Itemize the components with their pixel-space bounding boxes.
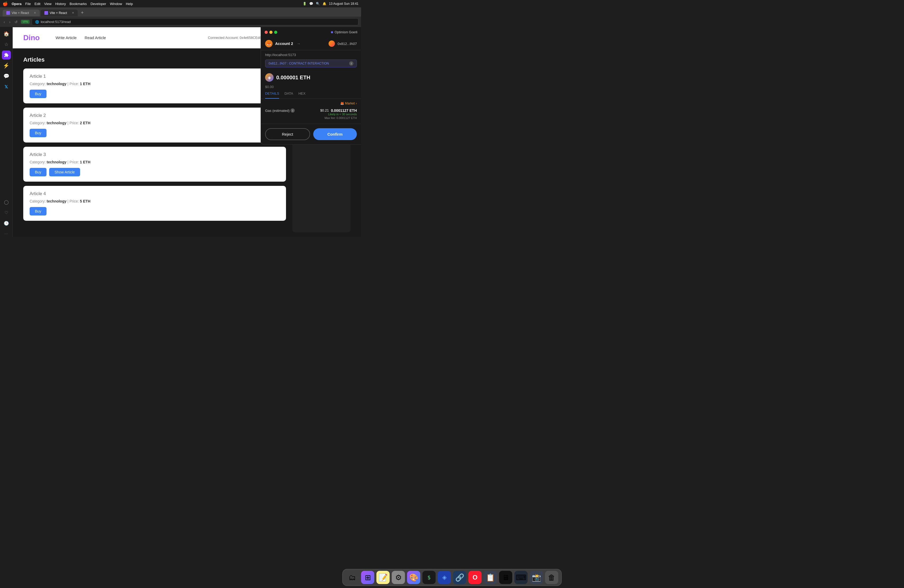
menubar-help[interactable]: Help <box>126 2 133 6</box>
article-1-category: technology <box>47 82 66 86</box>
back-button[interactable]: ‹ <box>3 19 6 25</box>
article-2-actions: Buy <box>30 129 280 137</box>
article-3-actions: Buy Show Article <box>30 168 280 176</box>
eth-amount-row: ◈ 0.000001 ETH <box>261 70 361 85</box>
sidebar-icon-twitter[interactable]: 𝕏 <box>2 82 11 91</box>
tab-close-2[interactable]: ✕ <box>72 11 74 14</box>
menubar-view[interactable]: View <box>44 2 52 6</box>
menubar-file[interactable]: File <box>25 2 31 6</box>
menubar-app-name[interactable]: Opera <box>12 2 22 6</box>
confirm-button[interactable]: Confirm <box>313 128 357 140</box>
sidebar-icon-star[interactable]: ☆ <box>2 40 11 49</box>
notification-icon[interactable]: 🔔 <box>322 2 326 6</box>
sidebar-icon-whatsapp[interactable]: 💬 <box>2 72 11 81</box>
article-3-price: 1 ETH <box>80 160 90 164</box>
address-text: localhost:5173/read <box>41 20 71 24</box>
article-4-meta: Category: technology | Price: 5 ETH <box>30 199 280 203</box>
account-avatar <box>329 40 335 47</box>
nav-write-article[interactable]: Write Article <box>55 35 77 40</box>
menubar: 🍎 Opera File Edit View History Bookmarks… <box>0 0 361 7</box>
article-1-meta: Category: technology | Price: 1 ETH <box>30 82 280 86</box>
traffic-lights <box>265 31 277 34</box>
popup-tabs: DETAILS DATA HEX <box>261 89 361 99</box>
tab-label-1: Vite + React <box>12 11 29 15</box>
new-tab-button[interactable]: + <box>79 9 86 17</box>
menubar-bookmarks[interactable]: Bookmarks <box>70 2 87 6</box>
usd-amount: $0.00 <box>261 85 361 89</box>
sidebar-icon-messenger[interactable]: ⚡ <box>2 61 11 70</box>
contract-badge: 0x812...fA07 : CONTRACT INTERACTION i <box>265 60 357 67</box>
article-1-buy-button[interactable]: Buy <box>30 90 46 98</box>
popup-footer: Reject Confirm <box>261 124 361 144</box>
menubar-history[interactable]: History <box>55 2 66 6</box>
wifi-icon: 💬 <box>309 2 313 6</box>
webpage: Dino Write Article Read Article Connecte… <box>13 27 361 237</box>
browser-chrome: Vite + React ✕ Vite + React ✕ + ‹ › ↺ VP… <box>0 7 361 27</box>
traffic-light-minimize[interactable] <box>269 31 272 34</box>
article-3-buy-button[interactable]: Buy <box>30 168 46 176</box>
traffic-light-close[interactable] <box>265 31 268 34</box>
article-3-title: Article 3 <box>30 152 280 157</box>
metamask-popup: Optimism Goerli 🦊 Account 2 → 0x812...fA… <box>261 27 361 145</box>
info-icon[interactable]: i <box>349 61 353 66</box>
tab-1[interactable]: Vite + React ✕ <box>3 9 40 16</box>
tab-favicon-2 <box>44 11 48 15</box>
network-name: Optimism Goerli <box>335 30 357 34</box>
article-card-3: Article 3 Category: technology | Price: … <box>23 147 286 182</box>
eth-amount: 0.000001 ETH <box>276 74 310 81</box>
article-4-title: Article 4 <box>30 191 280 196</box>
menubar-window[interactable]: Window <box>110 2 122 6</box>
menubar-edit[interactable]: Edit <box>35 2 40 6</box>
vpn-badge: VPN <box>21 20 30 24</box>
article-3-meta: Category: technology | Price: 1 ETH <box>30 160 280 164</box>
forward-button[interactable]: › <box>8 19 12 25</box>
address-bar-row: ‹ › ↺ VPN 🌐 localhost:5173/read <box>0 17 361 27</box>
tab-2[interactable]: Vite + React ✕ <box>41 9 78 16</box>
article-3-category: technology <box>47 160 66 164</box>
article-4-category: technology <box>47 199 66 203</box>
traffic-light-maximize[interactable] <box>274 31 277 34</box>
article-2-price: 2 ETH <box>80 121 90 125</box>
popup-tab-details[interactable]: DETAILS <box>265 89 279 99</box>
market-link[interactable]: 🦊 Market › <box>340 101 357 105</box>
article-1-actions: Buy <box>30 90 280 98</box>
menubar-left: 🍎 Opera File Edit View History Bookmarks… <box>3 1 133 6</box>
tab-close-1[interactable]: ✕ <box>34 11 36 14</box>
datetime: 13 August Sun 18:41 <box>329 2 359 6</box>
popup-tab-data[interactable]: DATA <box>284 89 293 99</box>
account-name: Account 2 <box>275 41 293 46</box>
sidebar-icon-more[interactable]: ··· <box>2 229 11 237</box>
popup-account-row: 🦊 Account 2 → 0x812...fA07 <box>261 37 361 50</box>
tab-favicon-1 <box>6 11 10 15</box>
sidebar-icon-extensions[interactable] <box>2 51 11 60</box>
reject-button[interactable]: Reject <box>265 128 310 140</box>
gas-usd: $0.21 <box>320 108 329 113</box>
apple-icon[interactable]: 🍎 <box>3 1 8 6</box>
sidebar-icon-home[interactable]: 🏠 <box>2 29 11 38</box>
menubar-developer[interactable]: Developer <box>90 2 106 6</box>
sidebar-icon-history[interactable]: 🕒 <box>2 219 11 228</box>
address-bar[interactable]: 🌐 localhost:5173/read <box>32 18 359 25</box>
opera-sidebar: 🏠 ☆ ⚡ 💬 𝕏 ◯ ♡ 🕒 ··· <box>0 27 13 237</box>
gas-row: Gas (estimated) i $0.21 0.0001127 ETH Li… <box>261 106 361 122</box>
browser-content: 🏠 ☆ ⚡ 💬 𝕏 ◯ ♡ 🕒 ··· Dino Write Article R… <box>0 27 361 237</box>
market-row: 🦊 Market › <box>261 99 361 106</box>
sidebar-icon-heart[interactable]: ♡ <box>2 208 11 217</box>
search-icon[interactable]: 🔍 <box>316 2 320 6</box>
article-4-buy-button[interactable]: Buy <box>30 207 46 215</box>
sidebar-bottom: ◯ ♡ 🕒 ··· <box>2 198 11 237</box>
popup-titlebar: Optimism Goerli <box>261 27 361 37</box>
sidebar-icon-clock[interactable]: ◯ <box>2 198 11 207</box>
nav-read-article[interactable]: Read Article <box>85 35 106 40</box>
app-nav: Write Article Read Article <box>55 35 106 40</box>
popup-tab-hex[interactable]: HEX <box>299 89 305 99</box>
menubar-right: 🔋 💬 🔍 🔔 13 August Sun 18:41 <box>303 2 359 6</box>
gas-info-icon[interactable]: i <box>291 108 295 113</box>
article-3-show-button[interactable]: Show Article <box>49 168 80 176</box>
articles-title: Articles <box>23 56 286 63</box>
battery-icon: 🔋 <box>303 2 307 6</box>
article-2-buy-button[interactable]: Buy <box>30 129 46 137</box>
reload-button[interactable]: ↺ <box>13 19 19 25</box>
contract-addr: 0x812...fA07 : CONTRACT INTERACTION <box>269 62 329 65</box>
articles-main: Articles Article 1 Category: technology … <box>23 56 286 232</box>
